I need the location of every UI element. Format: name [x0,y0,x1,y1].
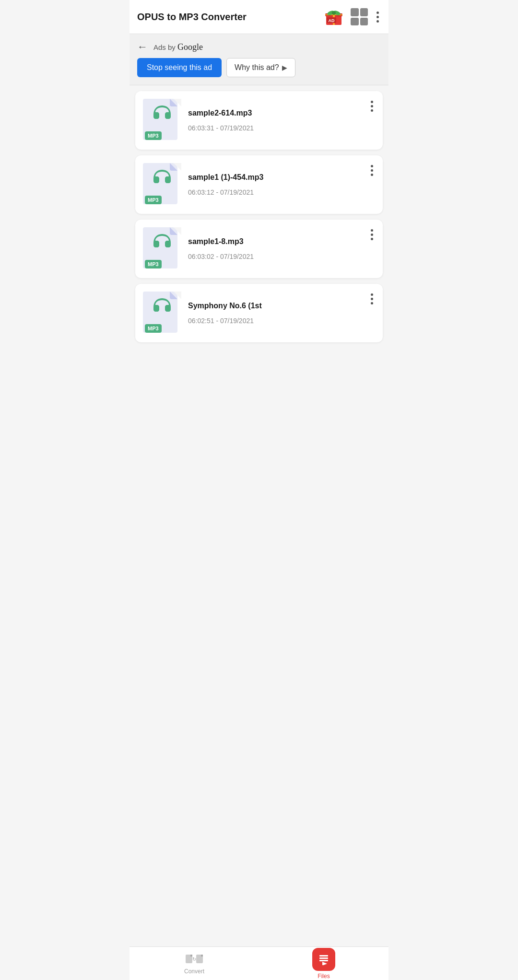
files-nav-item[interactable]: Files [259,947,388,980]
ad-banner: ← Ads by Google Stop seeing this ad Why … [130,34,388,85]
file-more-button[interactable] [369,163,375,178]
svg-rect-14 [319,955,328,957]
file-info: Symphony No.6 (1st 06:02:51 - 07/19/2021 [188,302,362,325]
svg-rect-15 [319,957,328,959]
app-title: OPUS to MP3 Converter [137,12,247,23]
mp3-badge: MP3 [145,131,162,140]
file-meta: 06:03:31 - 07/19/2021 [188,124,362,132]
convert-icon: ↻ [186,953,203,966]
file-name: sample1 (1)-454.mp3 [188,173,362,182]
mp3-badge: MP3 [145,324,162,333]
file-meta: 06:03:02 - 07/19/2021 [188,253,362,260]
headphone-icon [152,104,173,121]
svg-marker-17 [322,962,327,965]
headphone-icon [152,168,173,185]
file-icon: MP3 [143,227,181,270]
files-nav-icon [312,948,335,971]
file-info: sample1-8.mp3 06:03:02 - 07/19/2021 [188,237,362,260]
file-more-button[interactable] [369,99,375,114]
svg-text:↻: ↻ [192,957,196,962]
header-actions: AD [324,7,381,27]
mp3-badge: MP3 [145,196,162,204]
why-this-ad-button[interactable]: Why this ad? ▶ [226,58,295,77]
mp3-badge: MP3 [145,260,162,268]
file-meta: 06:02:51 - 07/19/2021 [188,317,362,325]
file-more-button[interactable] [369,227,375,242]
files-nav-label: Files [318,973,330,980]
svg-rect-12 [201,955,203,957]
bottom-navigation: ↻ Convert Files [130,946,388,980]
file-icon: MP3 [143,99,181,142]
ad-gift-icon[interactable]: AD [324,7,344,27]
file-card[interactable]: MP3 Symphony No.6 (1st 06:02:51 - 07/19/… [135,284,383,342]
file-info: sample2-614.mp3 06:03:31 - 07/19/2021 [188,109,362,132]
file-card[interactable]: MP3 sample2-614.mp3 06:03:31 - 07/19/202… [135,91,383,150]
grid-view-icon[interactable] [351,8,368,25]
file-more-button[interactable] [369,292,375,306]
play-icon: ▶ [282,64,287,71]
file-card[interactable]: MP3 sample1 (1)-454.mp3 06:03:12 - 07/19… [135,155,383,214]
file-card[interactable]: MP3 sample1-8.mp3 06:03:02 - 07/19/2021 [135,220,383,278]
overflow-menu-button[interactable] [375,10,381,24]
app-header: OPUS to MP3 Converter AD [130,0,388,34]
file-meta: 06:03:12 - 07/19/2021 [188,188,362,196]
ad-back-button[interactable]: ← [137,41,148,53]
headphone-icon [152,232,173,249]
convert-nav-label: Convert [184,968,204,975]
file-name: Symphony No.6 (1st [188,302,362,310]
svg-point-6 [332,11,336,15]
convert-nav-item[interactable]: ↻ Convert [130,947,259,980]
file-name: sample2-614.mp3 [188,109,362,117]
headphone-icon [152,296,173,314]
svg-text:AD: AD [329,18,335,23]
file-info: sample1 (1)-454.mp3 06:03:12 - 07/19/202… [188,173,362,196]
file-name: sample1-8.mp3 [188,237,362,246]
file-list: MP3 sample2-614.mp3 06:03:31 - 07/19/202… [130,85,388,980]
svg-rect-16 [319,960,328,961]
stop-seeing-ad-button[interactable]: Stop seeing this ad [137,58,222,77]
ads-by-label: Ads by Google [153,42,203,52]
file-icon: MP3 [143,292,181,335]
file-icon: MP3 [143,163,181,206]
ad-action-buttons: Stop seeing this ad Why this ad? ▶ [137,58,381,77]
